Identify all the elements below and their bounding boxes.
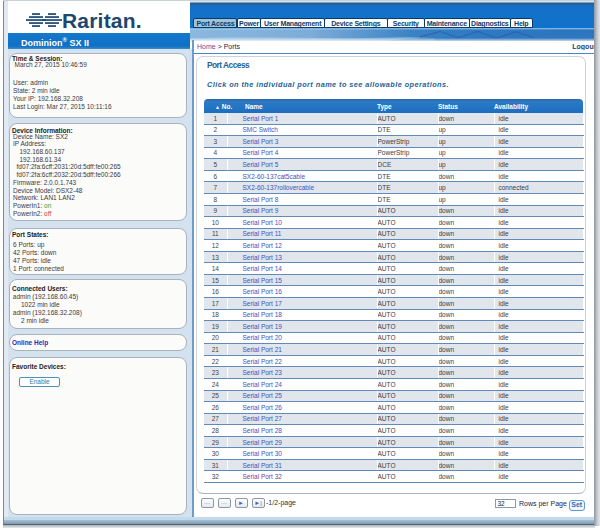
svg-text:Raritan.: Raritan. [62,9,142,32]
